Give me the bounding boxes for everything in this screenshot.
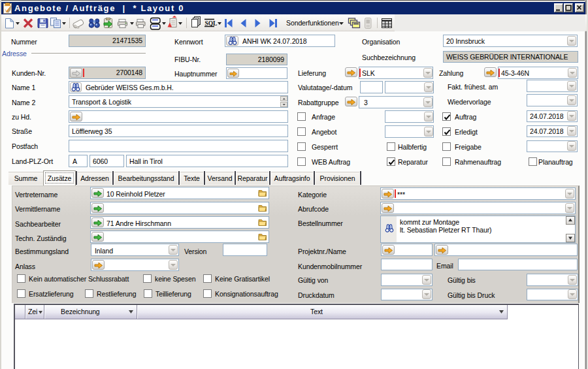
svg-text:Sonderfunktionen: Sonderfunktionen [286,19,339,27]
svg-text:SQL: SQL [205,20,218,27]
